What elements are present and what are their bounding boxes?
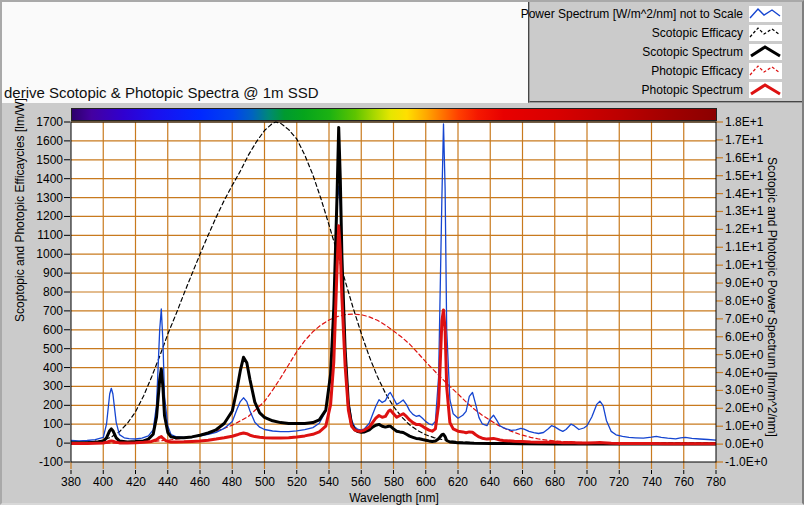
x-tick-label: 540 [312,476,346,488]
y-right-tick-label: 1.3E+1 [725,205,763,217]
y-right-tick-label: 1.6E+1 [725,152,763,164]
x-tick-label: 620 [441,476,475,488]
y-left-tick-label: 200 [23,399,63,411]
x-tick-label: 660 [506,476,540,488]
y-left-tick-label: 900 [23,267,63,279]
x-tick-label: 640 [473,476,507,488]
y-right-tick-label: 8.0E+0 [725,295,763,307]
x-tick-label: 500 [248,476,282,488]
y-left-tick-label: 1300 [23,192,63,204]
y-left-tick-label: 800 [23,286,63,298]
y-left-tick-label: 1600 [23,135,63,147]
x-tick-label: 460 [183,476,217,488]
x-tick-label: 420 [119,476,153,488]
y-left-tick-label: 300 [23,380,63,392]
y-right-tick-label: 2.0E+0 [725,402,763,414]
lv-front-panel: derive Scotopic & Photopic Spectra @ 1m … [0,0,804,505]
y-right-tick-label: 4.0E+0 [725,367,763,379]
x-tick-label: 600 [409,476,443,488]
y-left-tick-label: 1400 [23,173,63,185]
y-left-tick-label: 600 [23,324,63,336]
y-right-tick-label: 1.2E+1 [725,223,763,235]
y-axis-left-title: Scoptopic and Photopic Efficaycies [lm/W… [13,98,27,322]
y-left-tick-label: 1700 [23,116,63,128]
y-right-tick-label: 6.0E+0 [725,331,763,343]
y-axis-right-title: Scotopic and Photopic Power Spectrum [lm… [765,157,779,437]
x-tick-label: 740 [635,476,669,488]
x-tick-label: 580 [377,476,411,488]
y-right-tick-label: 7.0E+0 [725,313,763,325]
y-left-tick-label: 1000 [23,248,63,260]
x-tick-label: 760 [667,476,701,488]
y-left-tick-label: -100 [23,456,63,468]
y-left-tick-label: 500 [23,343,63,355]
y-right-tick-label: 1.0E+1 [725,259,763,271]
y-left-tick-label: 400 [23,362,63,374]
y-right-tick-label: 1.5E+1 [725,170,763,182]
x-tick-label: 780 [699,476,733,488]
y-right-tick-label: 1.4E+1 [725,188,763,200]
y-left-tick-label: 100 [23,418,63,430]
y-right-tick-label: 1.7E+1 [725,134,763,146]
y-right-tick-label: 5.0E+0 [725,349,763,361]
y-right-tick-label: 1.0E+0 [725,420,763,432]
x-axis-title: Wavelength [nm] [332,491,456,505]
y-left-tick-label: 1500 [23,154,63,166]
x-tick-label: 520 [280,476,314,488]
y-right-tick-label: 3.0E+0 [725,384,763,396]
y-left-tick-label: 1100 [23,229,63,241]
x-tick-label: 720 [602,476,636,488]
y-left-tick-label: 0 [23,437,63,449]
y-right-tick-label: 9.0E+0 [725,277,763,289]
x-tick-label: 700 [570,476,604,488]
x-tick-label: 680 [538,476,572,488]
y-right-tick-label: 1.8E+1 [725,116,763,128]
graph-plot-area [2,2,804,505]
x-tick-label: 560 [344,476,378,488]
y-left-tick-label: 700 [23,305,63,317]
x-tick-label: 440 [151,476,185,488]
x-tick-label: 380 [54,476,88,488]
y-right-tick-label: 0.0E+0 [725,438,763,450]
y-right-tick-label: -1.0E+0 [725,456,767,468]
y-right-tick-label: 1.1E+1 [725,241,763,253]
y-left-tick-label: 1200 [23,210,63,222]
x-tick-label: 400 [86,476,120,488]
x-tick-label: 480 [215,476,249,488]
